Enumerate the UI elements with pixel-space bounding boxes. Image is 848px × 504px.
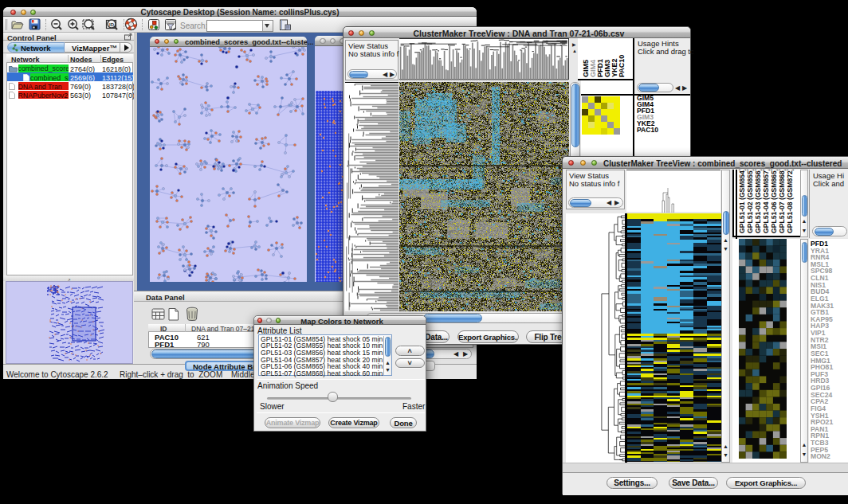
svg-text:GPL51-08 (GSM872): GPL51-08 (GSM872) (786, 170, 794, 233)
svg-text:GPL51-06 (GSM865): GPL51-06 (GSM865) (770, 170, 778, 233)
svg-text:GPL51-01 (GSM854): GPL51-01 (GSM854) (738, 170, 746, 233)
svg-text:GPL51-07 (GSM868): GPL51-07 (GSM868) (778, 170, 786, 233)
svg-text:PAC10: PAC10 (618, 55, 626, 77)
svg-text:GPL51-04 (GSM857): GPL51-04 (GSM857) (762, 170, 770, 233)
svg-text:GPL51-03 (GSM856): GPL51-03 (GSM856) (754, 170, 762, 233)
svg-text:ID: ID (109, 22, 115, 27)
svg-text:GPL51-02 (GSM855): GPL51-02 (GSM855) (746, 170, 754, 233)
